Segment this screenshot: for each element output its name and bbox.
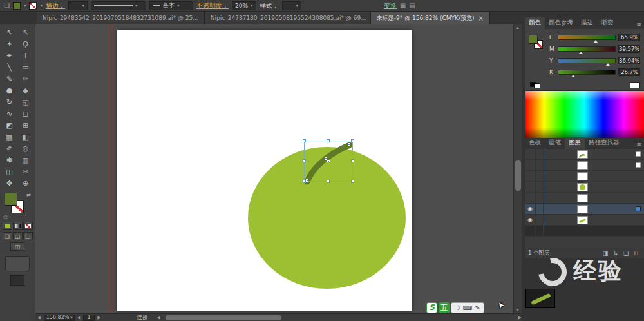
horizontal-scroll-thumb[interactable] — [166, 315, 281, 320]
ime-mode-button[interactable]: 五 — [439, 302, 450, 313]
fill-swatch[interactable] — [529, 35, 538, 44]
close-icon[interactable]: × — [478, 15, 483, 22]
canvas-area[interactable]: ▴ ▾ ▪ 156.82%▾ ◀ 1 ▶ 连接 ◀ ▶ — [35, 24, 522, 321]
layer-row[interactable] — [525, 204, 644, 215]
scale-tool[interactable]: ◱ — [17, 96, 33, 108]
layer-thumbnail[interactable] — [577, 216, 588, 224]
layer-thumbnail[interactable] — [577, 172, 588, 180]
keyboard-icon[interactable]: ⌨ — [463, 304, 472, 311]
eraser-tool[interactable]: ◆ — [17, 84, 33, 96]
scroll-right-icon[interactable]: ▶ — [518, 315, 522, 320]
visibility-toggle[interactable] — [525, 226, 536, 236]
last-color-swatch[interactable] — [630, 82, 640, 88]
panel-menu-icon[interactable]: ≡ — [636, 21, 644, 29]
layer-row[interactable] — [525, 215, 644, 226]
lock-cell[interactable] — [536, 149, 544, 159]
moon-icon[interactable]: ☽ — [455, 304, 460, 311]
shape-builder-tool[interactable]: ◩ — [1, 119, 17, 131]
black-value-field[interactable]: 26.7% — [618, 68, 640, 76]
magenta-slider[interactable] — [558, 46, 616, 52]
eyedropper-tool[interactable]: ✐ — [1, 142, 17, 154]
visibility-toggle[interactable] — [525, 215, 536, 225]
delete-layer-icon[interactable]: ⊔ — [632, 250, 641, 257]
artboard[interactable] — [117, 30, 412, 311]
chevron-down-icon[interactable]: ▾ — [40, 3, 43, 8]
tab-color[interactable]: 颜色 — [525, 17, 545, 29]
slider-marker[interactable] — [594, 40, 598, 43]
fill-swatch[interactable] — [5, 193, 17, 206]
selection-indicator[interactable] — [636, 162, 641, 168]
brush-definition-dropdown[interactable]: 基本▾ — [149, 1, 193, 10]
document-tab[interactable]: Nipic_24787180_20190508195524308085.ai* … — [205, 12, 371, 24]
opacity-link[interactable]: 不透明度： — [196, 1, 229, 10]
slider-marker[interactable] — [579, 52, 583, 54]
zoom-tool[interactable]: ⊕ — [17, 177, 33, 189]
cyan-value-field[interactable]: 65.9% — [618, 34, 640, 41]
lock-cell[interactable] — [536, 171, 544, 181]
selection-indicator[interactable] — [636, 151, 641, 157]
tab-pathfinder[interactable]: 路径查找器 — [585, 137, 623, 149]
color-button[interactable] — [3, 222, 12, 230]
tab-gradient[interactable]: 渐变 — [597, 17, 617, 29]
tab-layers[interactable]: 图层 — [565, 137, 585, 149]
color-spectrum[interactable] — [525, 90, 644, 138]
horizontal-scrollbar[interactable]: ◀ ▶ — [157, 314, 522, 321]
style-dropdown[interactable]: ▾ — [282, 1, 301, 10]
make-clipping-mask-icon[interactable]: ◨ — [601, 250, 610, 257]
artboard-navigation[interactable]: 1 — [83, 315, 95, 321]
blob-brush-tool[interactable]: ● — [1, 84, 17, 96]
ime-logo-icon[interactable]: S — [426, 302, 437, 313]
perspective-grid-tool[interactable]: ⊞ — [17, 119, 33, 131]
chevron-down-icon[interactable]: ▾ — [24, 3, 26, 8]
zoom-control[interactable]: 156.82%▾ — [44, 315, 75, 321]
artboard-tool[interactable]: ◫ — [1, 166, 17, 177]
new-sublayer-icon[interactable]: ↳ — [611, 250, 620, 257]
opacity-dropdown[interactable]: 20%▾ — [232, 1, 256, 10]
slider-marker[interactable] — [571, 75, 575, 77]
visibility-toggle[interactable] — [525, 204, 536, 214]
visibility-toggle[interactable] — [525, 171, 536, 181]
horizontal-scroll-track[interactable] — [160, 315, 518, 321]
lock-cell[interactable] — [536, 160, 544, 170]
fill-swatch[interactable] — [13, 2, 21, 10]
tab-stroke[interactable]: 描边 — [577, 17, 597, 29]
selection-handle[interactable] — [303, 139, 306, 142]
paintbrush-tool[interactable]: ✎ — [1, 73, 17, 84]
width-tool[interactable]: ∿ — [1, 108, 17, 119]
rectangle-tool[interactable]: ▭ — [17, 61, 33, 73]
rotate-tool[interactable]: ↻ — [1, 96, 17, 108]
tab-color-guide[interactable]: 颜色参考 — [545, 17, 577, 29]
cyan-slider[interactable] — [558, 35, 616, 40]
lock-cell[interactable] — [536, 204, 544, 214]
gradient-button[interactable] — [13, 222, 23, 230]
selection-handle[interactable] — [351, 159, 354, 162]
visibility-toggle[interactable] — [525, 193, 536, 203]
screen-mode-button[interactable]: ◫ — [10, 242, 24, 251]
layer-row[interactable] — [525, 226, 644, 237]
layer-row[interactable] — [525, 193, 644, 204]
selection-handle[interactable] — [351, 139, 354, 142]
hand-tool[interactable]: ✥ — [1, 177, 17, 189]
lock-cell[interactable] — [536, 226, 544, 236]
skin-icon[interactable]: ✎ — [475, 304, 480, 311]
layer-thumbnail[interactable] — [577, 194, 588, 202]
free-transform-tool[interactable]: ◻ — [17, 108, 33, 119]
panel-menu-icon[interactable]: ≡ — [636, 141, 644, 149]
selection-tool[interactable]: ↖ — [1, 26, 17, 38]
vertical-scrollbar[interactable]: ▴ ▾ — [513, 24, 522, 313]
line-tool[interactable]: ╲ — [1, 61, 17, 73]
stem-shape[interactable] — [117, 30, 412, 311]
anchor-point[interactable] — [306, 179, 308, 182]
draw-normal-icon[interactable]: ❏ — [3, 232, 12, 240]
magic-wand-tool[interactable]: ✶ — [1, 38, 17, 50]
none-button[interactable] — [23, 222, 33, 230]
layer-row[interactable] — [525, 182, 644, 193]
layer-thumbnail[interactable] — [577, 205, 588, 213]
width-profile-dropdown[interactable]: ▾ — [91, 1, 146, 10]
vertical-scroll-thumb[interactable] — [515, 160, 521, 191]
toolbar-extra-icon[interactable] — [10, 275, 24, 286]
layer-thumbnail[interactable] — [577, 161, 588, 170]
new-layer-icon[interactable]: ❑ — [621, 250, 630, 257]
scroll-up-icon[interactable]: ▴ — [514, 25, 522, 30]
swap-fill-stroke-icon[interactable]: ⇄ — [26, 192, 31, 198]
